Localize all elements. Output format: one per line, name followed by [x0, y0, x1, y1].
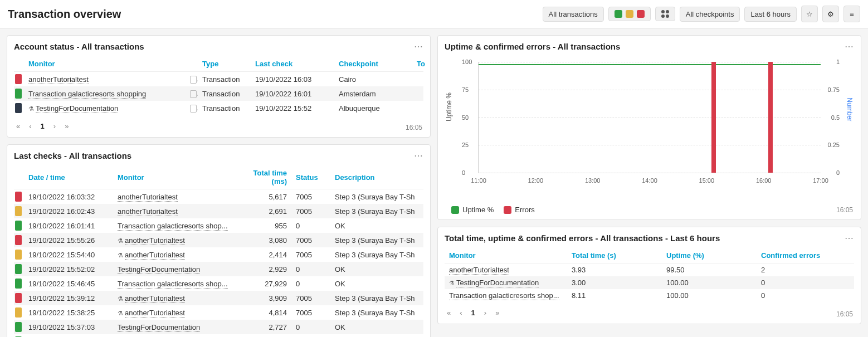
col-errors[interactable]: Confirmed errors — [757, 248, 854, 263]
panel-menu-icon[interactable]: ⋯ — [414, 41, 423, 52]
pager-last[interactable]: » — [62, 121, 71, 131]
table-row[interactable]: 19/10/2022 15:38:25 ⚗anotherTutorialtest… — [14, 305, 423, 320]
filter-status-colors[interactable] — [608, 7, 651, 21]
cell-description: OK — [330, 320, 423, 334]
cell-monitor: ⚗TestingForDocumentation — [445, 276, 567, 289]
cell-datetime: 19/10/2022 16:03:32 — [24, 189, 113, 204]
col-type[interactable]: Type — [198, 56, 251, 72]
filter-transactions[interactable]: All transactions — [543, 7, 604, 22]
pager: « ‹ 1 › » — [445, 307, 854, 318]
table-row[interactable]: 19/10/2022 15:52:02 TestingForDocumentat… — [14, 262, 423, 276]
pager-prev[interactable]: ‹ — [27, 121, 33, 131]
cell-totaltime: 14,032 — [236, 334, 291, 337]
table-row[interactable]: 19/10/2022 15:54:40 ⚗anotherTutorialtest… — [14, 247, 423, 262]
pager-next[interactable]: › — [51, 121, 58, 131]
status-indicator — [15, 293, 22, 303]
settings-button[interactable]: ⚙ — [822, 6, 839, 22]
tick-bottom: 11:00 — [471, 177, 486, 184]
col-totaltime[interactable]: Total time (s) — [567, 248, 662, 263]
tick-right: 0.5 — [831, 114, 840, 121]
panel-menu-icon[interactable]: ⋯ — [845, 41, 854, 52]
chart-legend: Uptime % Errors — [445, 206, 854, 214]
pager-first[interactable]: « — [14, 121, 22, 131]
tick-bottom: 14:00 — [642, 177, 657, 184]
topbar-filters: All transactions All checkpoints Last 6 … — [543, 6, 860, 22]
cell-uptime: 100.00 — [662, 276, 757, 289]
col-description[interactable]: Description — [330, 165, 423, 189]
status-indicator — [15, 206, 22, 216]
tick-bottom: 12:00 — [528, 177, 544, 184]
table-row[interactable]: 19/10/2022 15:55:26 ⚗anotherTutorialtest… — [14, 233, 423, 247]
table-row[interactable]: 19/10/2022 16:02:43 anotherTutorialtest … — [14, 204, 423, 218]
cell-errors: 0 — [757, 289, 854, 302]
cell-totaltime: 8.11 — [567, 289, 662, 302]
filter-grid[interactable] — [655, 7, 675, 21]
table-row[interactable]: 19/10/2022 15:37:03 TestingForDocumentat… — [14, 320, 423, 334]
table-row[interactable]: Transaction galacticresorts shop... 8.11… — [445, 289, 854, 302]
uptime-chart: Uptime % Number 00250.25500.5750.7510011… — [445, 56, 854, 201]
table-row[interactable]: anotherTutorialtest Transaction 19/10/20… — [14, 72, 423, 87]
cell-doc[interactable] — [186, 86, 198, 101]
pager-first[interactable]: « — [445, 307, 453, 318]
col-monitor[interactable]: Monitor — [113, 165, 236, 189]
table-row[interactable]: 19/10/2022 15:39:12 ⚗anotherTutorialtest… — [14, 291, 423, 305]
cell-description: OK — [330, 276, 423, 291]
table-row[interactable]: 19/10/2022 16:03:32 anotherTutorialtest … — [14, 189, 423, 204]
table-row[interactable]: ⚗TestingForDocumentation Transaction 19/… — [14, 101, 423, 115]
tick-left: 75 — [462, 86, 469, 93]
table-row[interactable]: 19/10/2022 16:01:41 Transaction galactic… — [14, 218, 423, 233]
table-row[interactable]: 19/10/2022 15:31:09 Transaction galactic… — [14, 334, 423, 337]
cell-totaltime: 2,691 — [236, 204, 291, 218]
page-title: Transaction overview — [8, 8, 543, 21]
col-totaltime[interactable]: Total time (ms) — [236, 165, 291, 189]
hamburger-icon: ≡ — [850, 10, 854, 18]
table-row[interactable]: anotherTutorialtest 3.93 99.50 2 — [445, 263, 854, 277]
filter-time[interactable]: Last 6 hours — [744, 7, 797, 22]
cell-doc[interactable] — [186, 101, 198, 115]
cell-datetime: 19/10/2022 15:55:26 — [24, 233, 113, 247]
pager-next[interactable]: › — [482, 307, 489, 318]
col-checkpoint[interactable]: Checkpoint — [334, 56, 412, 72]
cell-type: Transaction — [198, 101, 251, 115]
cell-lastcheck: 19/10/2022 16:01 — [251, 86, 334, 101]
cell-uptime: 99.50 — [662, 263, 757, 277]
cell-datetime: 19/10/2022 15:38:25 — [24, 305, 113, 320]
legend-errors: Errors — [504, 206, 534, 214]
col-status[interactable]: Status — [291, 165, 330, 189]
pager-page[interactable]: 1 — [38, 121, 47, 131]
flask-icon: ⚗ — [118, 295, 123, 302]
table-row[interactable]: 19/10/2022 15:46:45 Transaction galactic… — [14, 276, 423, 291]
cell-totaltime: 27,929 — [236, 276, 291, 291]
pager-last[interactable]: » — [493, 307, 501, 318]
cell-totaltime: 2,929 — [236, 262, 291, 276]
cell-status: 7005 — [291, 305, 330, 320]
cell-totaltime: 3.00 — [567, 276, 662, 289]
cell-doc[interactable] — [186, 72, 198, 87]
cell-status: 0 — [291, 218, 330, 233]
panel-title: Uptime & confirmed errors - All transact… — [445, 42, 845, 51]
col-datetime[interactable]: Date / time — [24, 165, 113, 189]
status-indicator — [15, 250, 22, 260]
status-indicator — [15, 279, 22, 289]
col-uptime[interactable]: Uptime (%) — [662, 248, 757, 263]
panel-title: Account status - All transactions — [14, 42, 414, 51]
star-button[interactable]: ☆ — [801, 6, 818, 22]
menu-button[interactable]: ≡ — [843, 6, 860, 22]
table-row[interactable]: Transaction galacticresorts shopping Tra… — [14, 86, 423, 101]
cell-totaltime: 4,814 — [236, 305, 291, 320]
panel-menu-icon[interactable]: ⋯ — [845, 233, 854, 243]
col-monitor[interactable]: Monitor — [24, 56, 186, 72]
pager-prev[interactable]: ‹ — [457, 307, 464, 318]
pager-page[interactable]: 1 — [469, 307, 477, 318]
cell-status: 0 — [291, 320, 330, 334]
col-monitor[interactable]: Monitor — [445, 248, 567, 263]
panel-menu-icon[interactable]: ⋯ — [414, 150, 423, 161]
table-row[interactable]: ⚗TestingForDocumentation 3.00 100.00 0 — [445, 276, 854, 289]
col-lastcheck[interactable]: Last check — [251, 56, 334, 72]
cell-totaltime: 955 — [236, 218, 291, 233]
cell-monitor: anotherTutorialtest — [445, 263, 567, 277]
cell-errors: 0 — [757, 276, 854, 289]
filter-checkpoints[interactable]: All checkpoints — [680, 7, 740, 22]
col-to[interactable]: To — [412, 56, 423, 72]
pager: « ‹ 1 › » — [14, 121, 423, 131]
